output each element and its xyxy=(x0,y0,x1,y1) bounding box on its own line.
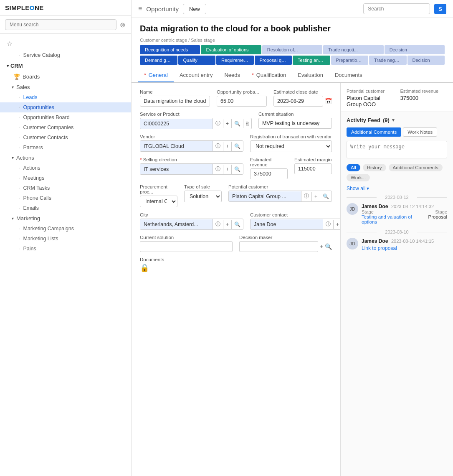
service-product-input[interactable] xyxy=(140,119,213,129)
vendor-add-btn[interactable]: + xyxy=(223,142,231,151)
sidebar-group-sales[interactable]: ▾ Sales xyxy=(0,82,131,92)
sidebar-item-pains[interactable]: Pains xyxy=(0,244,131,254)
name-input[interactable] xyxy=(140,96,210,107)
tab-documents[interactable]: Documents xyxy=(329,69,368,82)
selling-direction-input[interactable] xyxy=(140,164,213,174)
sidebar-item-actions[interactable]: Actions xyxy=(0,163,131,173)
proba-input[interactable] xyxy=(217,96,267,107)
tab-qualification[interactable]: * Qualification xyxy=(246,69,292,82)
feed-filter-work[interactable]: Work... xyxy=(347,174,370,181)
favorites-icon[interactable]: ☆ xyxy=(0,37,131,50)
stage-pill-proposal[interactable]: Proposal qua... xyxy=(255,56,292,65)
service-product-share-btn[interactable]: ⎘ xyxy=(243,119,251,128)
sidebar-item-leads[interactable]: Leads xyxy=(0,92,131,102)
sidebar-item-emails[interactable]: Emails xyxy=(0,203,131,213)
stage-pill-qualify[interactable]: Qualify xyxy=(178,56,216,65)
potential-customer-input[interactable] xyxy=(229,191,301,201)
vendor-info-btn[interactable]: ⓘ xyxy=(213,141,223,151)
global-search-input[interactable] xyxy=(363,3,430,14)
summary-estimated-revenue-label: Estimated revenue xyxy=(400,89,448,94)
feed-filter-all[interactable]: All xyxy=(347,164,360,171)
tab-evaluation[interactable]: Evaluation xyxy=(292,69,329,82)
form-group-city: City ⓘ + 🔍 xyxy=(140,212,243,230)
sidebar-item-marketing-lists[interactable]: Marketing Lists xyxy=(0,234,131,244)
customer-contact-info-btn[interactable]: ⓘ xyxy=(323,219,333,229)
vendor-search-btn[interactable]: 🔍 xyxy=(231,142,243,151)
activity-message-input[interactable] xyxy=(347,141,447,158)
customer-contact-input[interactable] xyxy=(251,219,323,229)
documents-print-icon[interactable]: 🔒 xyxy=(140,263,149,272)
sidebar-icon-btn[interactable]: ⊗ xyxy=(119,20,126,30)
stage-pill-trade1[interactable]: Trade negoti... xyxy=(323,45,383,54)
calendar-icon[interactable]: 📅 xyxy=(325,98,332,104)
sidebar-item-meetings[interactable]: Meetings xyxy=(0,173,131,183)
tab-general[interactable]: * General xyxy=(138,69,174,82)
city-search-btn[interactable]: 🔍 xyxy=(231,220,243,229)
potential-customer-search-btn[interactable]: 🔍 xyxy=(320,192,332,201)
stage-pill-requirement[interactable]: Requirement... xyxy=(216,56,254,65)
feed-filter-additional-comments[interactable]: Additional Comments xyxy=(389,164,443,171)
procurement-select[interactable]: Internal Closed... xyxy=(140,196,177,207)
service-product-info-btn[interactable]: ⓘ xyxy=(213,118,223,129)
feed-content-2: James Doe 2023-08-10 14:41:15 Link to pr… xyxy=(362,238,447,251)
stage-pill-decision1[interactable]: Decision xyxy=(385,45,445,54)
selling-direction-add-btn[interactable]: + xyxy=(223,165,231,174)
menu-toggle-icon[interactable]: ≡ xyxy=(138,5,142,13)
stage-pill-decision2[interactable]: Decision xyxy=(407,56,445,65)
user-button[interactable]: S xyxy=(434,4,446,14)
sidebar-item-boards[interactable]: 🏆 Boards xyxy=(0,71,131,82)
est-revenue-input[interactable] xyxy=(250,168,288,179)
activity-tab-work-notes[interactable]: Work Notes xyxy=(403,127,437,137)
sidebar-item-marketing-campaigns[interactable]: Marketing Campaigns xyxy=(0,224,131,234)
stage-pill-testing[interactable]: Testing and v... xyxy=(293,56,330,65)
decision-maker-add-btn[interactable]: + xyxy=(320,243,323,250)
sidebar-group-crm[interactable]: ▾ CRM xyxy=(0,60,131,71)
current-solution-input[interactable] xyxy=(140,241,233,252)
city-info-btn[interactable]: ⓘ xyxy=(213,219,223,229)
close-date-input[interactable] xyxy=(273,96,323,107)
sidebar-item-opportunities-board[interactable]: Opportunities Board xyxy=(0,112,131,122)
potential-customer-add-btn[interactable]: + xyxy=(311,192,320,201)
service-product-add-btn[interactable]: + xyxy=(223,119,231,128)
stage-pill-evaluation[interactable]: Evaluation of options xyxy=(201,45,261,54)
feed-filter-history[interactable]: History xyxy=(363,164,386,171)
activity-feed-header[interactable]: Activity Feed (9) ▾ xyxy=(347,117,447,123)
selling-direction-info-btn[interactable]: ⓘ xyxy=(213,164,223,174)
decision-maker-search-btn[interactable]: 🔍 xyxy=(325,243,332,250)
form-group-documents: Documents 🔒 xyxy=(140,257,332,272)
form-group-potential-customer: Potential customer ⓘ + 🔍 xyxy=(228,184,332,207)
sidebar-item-opportunities[interactable]: Opportunities xyxy=(0,102,131,112)
menu-search-input[interactable] xyxy=(5,19,116,30)
type-of-sale-select[interactable]: Solution xyxy=(184,191,222,202)
sidebar-item-crm-tasks[interactable]: CRM Tasks xyxy=(0,183,131,193)
activity-tab-additional-comments[interactable]: Additional Comments xyxy=(347,127,401,137)
stage-pill-demand[interactable]: Demand gen... xyxy=(140,56,177,65)
service-product-search-btn[interactable]: 🔍 xyxy=(231,119,243,128)
stage-pill-preparation[interactable]: Preparation ... xyxy=(331,56,369,65)
sidebar-item-customer-companies[interactable]: Customer Companies xyxy=(0,122,131,132)
customer-contact-add-btn[interactable]: + xyxy=(333,220,340,229)
tab-account-entry[interactable]: Account entry xyxy=(174,69,219,82)
city-add-btn[interactable]: + xyxy=(223,220,231,229)
city-input[interactable] xyxy=(140,219,213,229)
sidebar-item-customer-contacts[interactable]: Customer Contacts xyxy=(0,132,131,143)
sidebar-item-service-catalog[interactable]: Service Catalog xyxy=(0,50,131,60)
sidebar-item-phone-calls[interactable]: Phone Calls xyxy=(0,193,131,203)
feed-link-2[interactable]: Link to proposal xyxy=(362,245,397,251)
vendor-input[interactable] xyxy=(140,141,213,151)
sidebar-item-partners[interactable]: Partners xyxy=(0,143,131,153)
stage-pill-trade2[interactable]: Trade negoti... xyxy=(369,56,407,65)
tab-needs[interactable]: Needs xyxy=(218,69,246,82)
potential-customer-info-btn[interactable]: ⓘ xyxy=(301,191,311,201)
new-button[interactable]: New xyxy=(183,4,206,14)
est-margin-input[interactable] xyxy=(294,163,332,174)
selling-direction-search-btn[interactable]: 🔍 xyxy=(231,165,243,174)
registration-select[interactable]: Not required xyxy=(250,140,332,152)
sidebar-group-actions[interactable]: ▾ Actions xyxy=(0,153,131,163)
feed-show-all[interactable]: Show all ▾ xyxy=(347,186,447,191)
sidebar-group-marketing[interactable]: ▾ Marketing xyxy=(0,213,131,224)
stage-pill-resolution[interactable]: Resolution of... xyxy=(262,45,322,54)
decision-maker-input[interactable] xyxy=(239,241,318,252)
stage-pill-recognition[interactable]: Recognition of needs xyxy=(140,45,200,54)
current-situation-input[interactable] xyxy=(258,118,332,129)
